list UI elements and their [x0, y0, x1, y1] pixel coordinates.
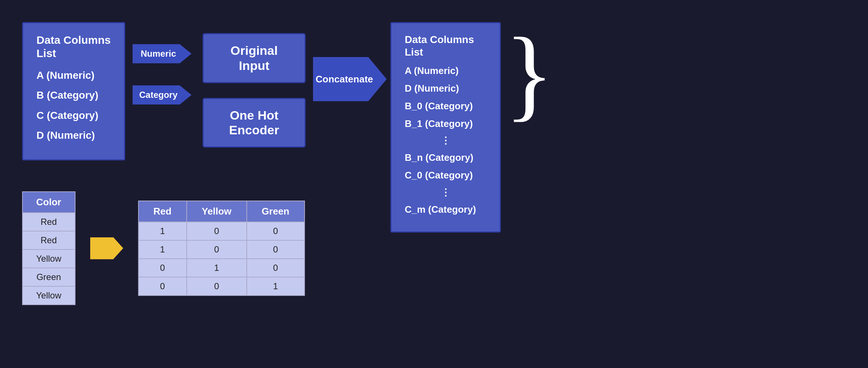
encoded-cell-1-1: 0: [187, 240, 247, 259]
encoded-cell-0-1: 0: [187, 222, 247, 240]
encoded-table: Red Yellow Green 1 0 0 1 0 0 0 1: [138, 201, 305, 296]
original-input-box: Original Input: [203, 33, 306, 83]
left-item-3: D (Numeric): [36, 129, 111, 142]
right-dots-1: ⋮: [405, 135, 486, 146]
encoded-cell-3-2: 1: [247, 277, 305, 296]
curly-brace: }: [505, 22, 554, 125]
left-arrows-section: Numeric Category: [125, 22, 199, 105]
one-hot-encoder-box: One HotEncoder: [203, 98, 306, 148]
right-data-columns-box: Data Columns List A (Numeric) D (Numeric…: [390, 22, 501, 233]
color-row-0: Red: [22, 213, 75, 231]
concatenate-arrow: Concatenate: [313, 57, 387, 101]
encoded-header-green: Green: [247, 201, 305, 222]
encoded-header-red: Red: [138, 201, 187, 222]
color-row-3: Green: [22, 268, 75, 286]
encoded-cell-3-1: 0: [187, 277, 247, 296]
concatenate-label: Concatenate: [316, 74, 384, 85]
encoded-cell-0-0: 1: [138, 222, 187, 240]
category-arrow-group: Category: [133, 85, 191, 105]
main-diagram: Data Columns List A (Numeric) B (Categor…: [0, 0, 868, 368]
left-item-0: A (Numeric): [36, 69, 111, 82]
category-arrow-label: Category: [139, 90, 185, 100]
left-item-2: C (Category): [36, 109, 111, 122]
right-item-1: D (Numeric): [405, 82, 486, 95]
color-row-1: Red: [22, 231, 75, 250]
right-item-6: C_m (Category): [405, 204, 486, 216]
encoded-header-yellow: Yellow: [187, 201, 247, 222]
left-box-title: Data Columns List: [36, 33, 111, 60]
numeric-arrow: Numeric: [133, 44, 191, 63]
encoded-cell-1-0: 1: [138, 240, 187, 259]
category-arrow: Category: [133, 85, 191, 105]
color-header: Color: [22, 192, 75, 213]
curly-brace-section: }: [501, 22, 554, 125]
yellow-arrow: [90, 237, 123, 259]
center-boxes-section: Original Input One HotEncoder: [199, 22, 306, 148]
encoded-cell-3-0: 0: [138, 277, 187, 296]
encoded-cell-2-2: 0: [247, 259, 305, 277]
right-box-title: Data Columns List: [405, 33, 486, 58]
right-item-4: B_n (Category): [405, 152, 486, 164]
color-row-4: Yellow: [22, 286, 75, 305]
right-item-2: B_0 (Category): [405, 100, 486, 113]
right-dots-2: ⋮: [405, 187, 486, 198]
original-input-label: Original Input: [217, 43, 291, 73]
bottom-section: Color Red Red Yellow Green Yellow Red Ye…: [22, 191, 305, 305]
encoded-cell-0-2: 0: [247, 222, 305, 240]
concat-arrow-section: Concatenate: [306, 22, 387, 101]
one-hot-encoder-label: One HotEncoder: [217, 108, 291, 138]
right-item-5: C_0 (Category): [405, 169, 486, 182]
numeric-arrow-label: Numeric: [141, 49, 183, 59]
color-row-2: Yellow: [22, 250, 75, 268]
encoded-cell-2-0: 0: [138, 259, 187, 277]
encoded-cell-2-1: 1: [187, 259, 247, 277]
color-table: Color Red Red Yellow Green Yellow: [22, 191, 75, 305]
numeric-arrow-group: Numeric: [133, 44, 191, 63]
right-item-3: B_1 (Category): [405, 118, 486, 130]
left-data-columns-box: Data Columns List A (Numeric) B (Categor…: [22, 22, 125, 160]
right-item-0: A (Numeric): [405, 65, 486, 77]
yellow-arrow-shape: [90, 237, 123, 259]
encoded-cell-1-2: 0: [247, 240, 305, 259]
concatenate-arrow-shape: Concatenate: [313, 57, 387, 101]
left-item-1: B (Category): [36, 89, 111, 102]
